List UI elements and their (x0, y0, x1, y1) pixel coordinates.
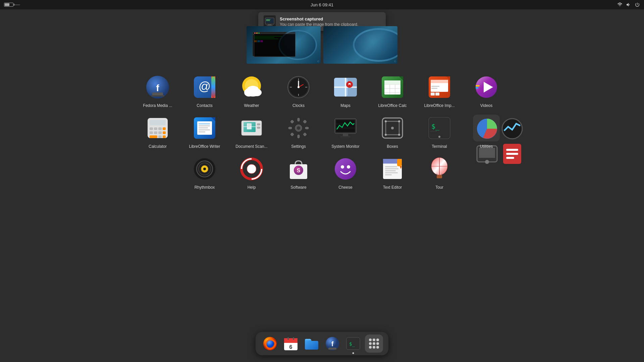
app-item-terminal[interactable]: $_ Terminal (419, 115, 460, 149)
utilities-mini-2 (500, 117, 524, 141)
app-item-rhythmbox[interactable]: Rhythmbox (184, 156, 225, 190)
topbar-left: ── (4, 3, 20, 7)
svg-rect-145 (385, 166, 397, 167)
dock-item-files[interactable] (303, 335, 321, 353)
svg-rect-120 (479, 148, 495, 158)
svg-point-109 (398, 120, 400, 122)
app-item-cheese[interactable]: Cheese (325, 156, 366, 190)
app-item-boxes[interactable]: Boxes (372, 115, 413, 149)
svg-point-129 (203, 168, 206, 170)
libreoffice-impress-icon-wrapper (426, 74, 453, 101)
svg-rect-69 (150, 135, 157, 138)
libreoffice-calc-icon-wrapper (379, 74, 406, 101)
svg-rect-167 (328, 348, 336, 350)
svg-rect-3 (266, 20, 270, 20)
topbar-datetime: Jun 6 09:41 (311, 2, 333, 7)
svg-rect-61 (150, 127, 153, 130)
app-row-2: Calculator (138, 115, 506, 149)
dock-item-calendar[interactable]: 6 (282, 335, 300, 353)
svg-point-110 (385, 134, 387, 136)
svg-rect-62 (154, 127, 157, 130)
svg-rect-52 (431, 93, 435, 96)
utilities-mini-1 (475, 117, 499, 141)
apps-grid-icon (369, 339, 379, 349)
svg-text:f: f (156, 83, 159, 93)
app-item-utilities[interactable]: Utilities (466, 115, 506, 149)
app-item-libreoffice-calc[interactable]: LibreOffice Calc (372, 74, 413, 108)
app-item-text-editor[interactable]: Text Editor (372, 156, 413, 190)
app-item-help[interactable]: Help (231, 156, 272, 190)
toast-text: Screenshot captured You can paste the im… (280, 16, 358, 27)
svg-rect-49 (431, 80, 448, 83)
svg-rect-95 (303, 132, 307, 136)
svg-text:f: f (331, 340, 334, 348)
svg-rect-149 (385, 174, 392, 175)
topbar: ── Jun 6 09:41 (0, 0, 644, 9)
dock-item-terminal[interactable]: $_ (344, 335, 362, 353)
app-row-3: Rhythmbox Help (184, 156, 460, 190)
wallpaper-thumb-left: © (247, 26, 321, 64)
app-row-1: f Fedora Media ... (138, 74, 506, 108)
app-label-terminal: Terminal (432, 144, 447, 149)
topbar-right (617, 2, 640, 7)
utilities-folder (473, 115, 500, 141)
app-item-videos[interactable]: Videos (466, 74, 506, 108)
app-label-system-monitor: System Monitor (331, 144, 359, 149)
svg-point-20 (247, 86, 259, 94)
app-label-contacts: Contacts (197, 103, 212, 108)
weather-icon-wrapper (238, 74, 265, 101)
svg-point-116 (438, 136, 440, 138)
settings-icon-wrapper (285, 115, 312, 141)
app-item-system-monitor[interactable]: System Monitor (325, 115, 366, 149)
svg-rect-93 (305, 127, 309, 129)
svg-rect-154 (437, 175, 442, 178)
app-label-text-editor: Text Editor (383, 185, 402, 190)
svg-rect-104 (343, 133, 348, 136)
svg-rect-53 (435, 93, 439, 96)
svg-rect-5 (268, 24, 272, 25)
svg-rect-64 (163, 127, 166, 130)
app-item-libreoffice-writer[interactable]: LibreOffice Writer (184, 115, 225, 149)
videos-icon-wrapper (473, 74, 500, 101)
svg-rect-164 (293, 337, 294, 340)
app-item-clocks[interactable]: Clocks (278, 74, 319, 108)
wallpaper-thumb-right: © (323, 26, 397, 64)
app-item-libreoffice-impress[interactable]: LibreOffice Imp... (419, 74, 460, 108)
svg-rect-125 (506, 157, 514, 159)
svg-rect-84 (257, 127, 260, 129)
app-item-calculator[interactable]: Calculator (138, 115, 178, 149)
svg-rect-143 (397, 159, 402, 166)
svg-rect-94 (290, 120, 294, 123)
svg-text:@: @ (199, 79, 211, 93)
tour-icon-wrapper (426, 156, 453, 182)
svg-rect-57 (476, 85, 480, 86)
dock-item-firefox[interactable] (261, 335, 279, 353)
svg-text:S: S (297, 168, 301, 173)
app-item-fedora-media[interactable]: f Fedora Media ... (138, 74, 178, 108)
svg-rect-51 (431, 88, 437, 89)
dock-show-apps-button[interactable] (365, 335, 383, 353)
svg-rect-83 (257, 123, 260, 125)
fedora-media-icon-wrapper: f (144, 74, 171, 101)
svg-rect-2 (266, 19, 270, 19)
app-item-contacts[interactable]: @ Contacts (184, 74, 225, 108)
toast-icon (264, 15, 276, 27)
app-label-weather: Weather (244, 103, 259, 108)
svg-rect-146 (385, 168, 398, 169)
app-item-maps[interactable]: Maps (325, 74, 366, 108)
svg-text:$_: $_ (349, 341, 355, 347)
app-label-help: Help (248, 185, 256, 190)
dock-item-fedora-media[interactable]: f (323, 335, 341, 353)
svg-rect-97 (290, 132, 294, 136)
svg-rect-90 (298, 118, 300, 121)
app-item-weather[interactable]: Weather (231, 74, 272, 108)
svg-rect-124 (506, 153, 518, 155)
svg-rect-85 (247, 123, 252, 129)
svg-rect-105 (340, 136, 351, 137)
svg-rect-68 (163, 131, 166, 134)
app-item-tour[interactable]: Tour (419, 156, 460, 190)
app-item-document-scanner[interactable]: Document Scan... (231, 115, 272, 149)
app-item-software[interactable]: S Software (278, 156, 319, 190)
app-grid: f Fedora Media ... (0, 74, 644, 190)
app-item-settings[interactable]: Settings (278, 115, 319, 149)
